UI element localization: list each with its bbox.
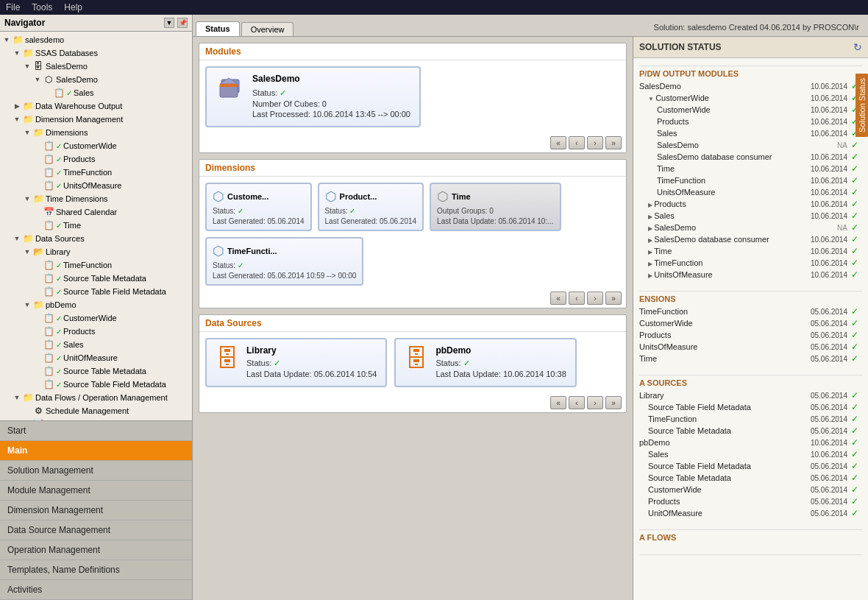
menu-file[interactable]: File (6, 2, 20, 13)
tree-toggle[interactable]: ▼ (32, 74, 43, 85)
tab-status[interactable]: Status (196, 21, 240, 36)
tree-icon-folder: 📁 (22, 47, 34, 59)
tree-item-shared-cal[interactable]: 📅Shared Calendar (0, 205, 192, 219)
tree-item-library[interactable]: ▼📂Library (0, 245, 192, 258)
dim-nav-last[interactable]: » (605, 292, 622, 305)
tree-label: SalesDemo (46, 62, 88, 71)
tree-toggle[interactable]: ▼ (12, 48, 22, 58)
nav-next[interactable]: › (587, 136, 603, 149)
status-row-14[interactable]: Time10.06.2014✓ (639, 245, 862, 257)
tree-toggle[interactable]: ▼ (22, 194, 32, 204)
tree-item-salesdemo[interactable]: ▼📁salesdemo (0, 33, 192, 46)
bottom-nav-dim-mgmt[interactable]: Dimension Management (0, 501, 192, 520)
bottom-nav-main[interactable]: Main (0, 441, 192, 461)
status-row-13[interactable]: SalesDemo database consumer10.06.2014✓ (639, 233, 862, 245)
status-row-check: ✓ (847, 484, 862, 495)
tree-item-products2[interactable]: 📋✓Products (0, 325, 192, 338)
status-row-check: ✓ (847, 187, 862, 197)
tree-item-src-field-meta[interactable]: 📋✓Source Table Field Metadata (0, 285, 192, 298)
bottom-nav-ds-mgmt[interactable]: Data Source Management (0, 520, 192, 540)
customerwide-dim-card: ⬡ Custome... Status: ✓ Last Generated: 0… (205, 183, 312, 231)
salesdemo-cubes: Number Of Cubes: 0 (252, 99, 410, 108)
status-row-1[interactable]: CustomerWide10.06.2014✓ (639, 92, 862, 104)
dim-nav-prev[interactable]: ‹ (569, 292, 585, 305)
status-row-10[interactable]: Products10.06.2014✓ (639, 198, 862, 210)
tree-item-data-sources[interactable]: ▼📁Data Sources (0, 232, 192, 245)
ds-nav-first[interactable]: « (550, 396, 566, 409)
tab-overview[interactable]: Overview (241, 22, 294, 36)
tree-item-dw-output[interactable]: ▶📁Data Warehouse Output (0, 99, 192, 113)
tree-item-dimensions[interactable]: ▼📁Dimensions (0, 126, 192, 139)
tree-toggle[interactable]: ▼ (12, 114, 22, 124)
nav-pin[interactable]: 📌 (177, 18, 188, 28)
tree-item-timefunction2[interactable]: 📋✓TimeFunction (0, 258, 192, 272)
tree-toggle[interactable]: ▼ (12, 233, 22, 244)
status-row-name: Products (639, 117, 792, 126)
tree-item-salesdemo3[interactable]: ▼⬡SalesDemo (0, 73, 192, 86)
time-update: Last Data Update: 05.06.2014 10:... (437, 217, 553, 225)
status-row-8: TimeFunction10.06.2014✓ (639, 174, 862, 186)
tree-label: Library (46, 247, 71, 256)
bottom-nav-module-mgmt[interactable]: Module Management (0, 481, 192, 501)
tree-item-src-table-meta[interactable]: 📋✓Source Table Metadata (0, 272, 192, 285)
tree-item-src-field-meta2[interactable]: 📋✓Source Table Field Metadata (0, 378, 192, 391)
nav-first[interactable]: « (550, 136, 566, 149)
nav-dropdown[interactable]: ▼ (164, 18, 174, 28)
status-row-1: Source Table Field Metadata05.06.2014✓ (639, 401, 862, 413)
tree-item-products[interactable]: 📋✓Products (0, 152, 192, 166)
tree-toggle[interactable]: ▼ (22, 300, 32, 310)
status-row-date: 05.06.2014 (792, 392, 847, 400)
tree-item-sched-mgmt[interactable]: ⚙Schedule Management (0, 404, 192, 417)
bottom-nav-start[interactable]: Start (0, 421, 192, 441)
tree-item-unitsofmeasure[interactable]: 📋✓UnitsOfMeasure (0, 179, 192, 192)
status-row-date: 10.06.2014 (792, 94, 847, 102)
tree-toggle[interactable]: ▼ (12, 392, 22, 403)
ds-nav-last[interactable]: » (605, 396, 622, 409)
tree-item-pbdemo[interactable]: ▼📁pbDemo (0, 298, 192, 311)
ds-nav-prev[interactable]: ‹ (569, 396, 585, 409)
tree-toggle[interactable]: ▼ (22, 247, 32, 257)
tree-item-ssas-db[interactable]: ▼📁SSAS Databases (0, 46, 192, 60)
status-row-date: 10.06.2014 (792, 188, 847, 197)
tree-icon-table-check: 📋 (43, 153, 54, 165)
nav-last[interactable]: » (605, 136, 622, 149)
tree-item-customerwide[interactable]: 📋✓CustomerWide (0, 139, 192, 152)
bottom-nav-op-mgmt[interactable]: Operation Management (0, 540, 192, 560)
tree-item-time-dim[interactable]: ▼📁Time Dimensions (0, 192, 192, 205)
bottom-nav-solution-mgmt[interactable]: Solution Management (0, 461, 192, 481)
bottom-nav-templates[interactable]: Templates, Name Definitions (0, 560, 192, 580)
pbdemo-ds-info: pbDemo Status: ✓ Last Data Update: 10.06… (435, 345, 566, 380)
nav-prev[interactable]: ‹ (569, 136, 585, 149)
tree-item-sales[interactable]: 📋✓Sales (0, 86, 192, 99)
status-row-name: Source Table Field Metadata (639, 403, 792, 412)
status-row-15[interactable]: TimeFunction10.06.2014✓ (639, 257, 862, 269)
menu-tools[interactable]: Tools (32, 2, 52, 13)
bottom-nav-activities[interactable]: Activities (0, 580, 192, 600)
tree-item-salesdemo2[interactable]: ▼🗄SalesDemo (0, 60, 192, 73)
tree-item-time[interactable]: 📋✓Time (0, 219, 192, 232)
status-side-tab[interactable]: Solution Status (855, 74, 868, 137)
status-refresh-btn[interactable]: ↻ (853, 41, 862, 53)
status-row-name: Products (639, 497, 792, 506)
dim-nav-first[interactable]: « (550, 292, 566, 305)
tree-item-customerwide2[interactable]: 📋✓CustomerWide (0, 311, 192, 325)
tree-toggle[interactable]: ▼ (1, 35, 12, 45)
tree-item-unitofmeasure[interactable]: 📋✓UnitOfMeasure (0, 351, 192, 364)
menu-help[interactable]: Help (64, 2, 82, 13)
tree-toggle[interactable]: ▼ (22, 61, 32, 71)
tree-item-timefunction[interactable]: 📋✓TimeFunction (0, 166, 192, 179)
status-row-11[interactable]: Sales10.06.2014✓ (639, 210, 862, 222)
tree-item-sales2[interactable]: 📋✓Sales (0, 338, 192, 351)
tree-toggle[interactable]: ▼ (22, 127, 32, 138)
tree-check: ✓ (56, 381, 62, 389)
tree-item-dim-mgmt[interactable]: ▼📁Dimension Management (0, 113, 192, 126)
tree-item-dataflows[interactable]: ▼📁Data Flows / Operation Management (0, 391, 192, 404)
tree-toggle (32, 154, 43, 164)
dim-nav-next[interactable]: › (587, 292, 603, 305)
ds-nav-next[interactable]: › (587, 396, 603, 409)
status-row-12[interactable]: SalesDemoNA✓ (639, 222, 862, 233)
tree-item-src-table-meta2[interactable]: 📋✓Source Table Metadata (0, 364, 192, 378)
tree-toggle[interactable]: ▶ (12, 101, 22, 111)
status-row-16[interactable]: UnitsOfMeasure10.06.2014✓ (639, 269, 862, 280)
status-row-check: ✓ (847, 163, 862, 174)
